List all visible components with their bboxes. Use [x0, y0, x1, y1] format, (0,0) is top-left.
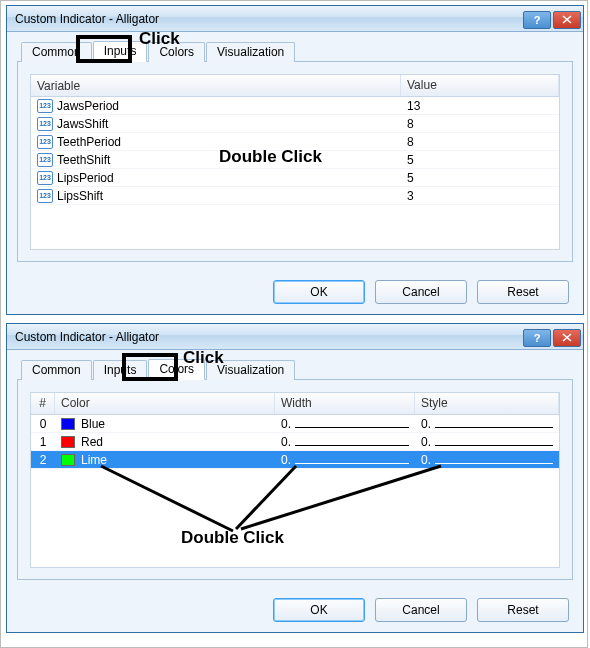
style-value[interactable]: 0. — [421, 417, 431, 431]
ok-button[interactable]: OK — [273, 280, 365, 304]
int-icon: 123 — [37, 117, 53, 131]
tab-colors[interactable]: Colors — [148, 42, 205, 62]
col-width[interactable]: Width — [275, 393, 415, 414]
color-name: Red — [81, 435, 103, 449]
close-icon — [562, 333, 572, 342]
var-name: LipsPeriod — [57, 171, 114, 185]
close-button[interactable] — [553, 11, 581, 29]
var-name: JawsShift — [57, 117, 108, 131]
color-swatch-icon — [61, 418, 75, 430]
button-row: OK Cancel Reset — [273, 598, 569, 622]
tab-colors[interactable]: Colors — [148, 359, 205, 380]
style-preview-icon — [435, 463, 553, 464]
cancel-button[interactable]: Cancel — [375, 280, 467, 304]
width-preview-icon — [295, 463, 409, 464]
tab-common[interactable]: Common — [21, 42, 92, 62]
tab-visualization[interactable]: Visualization — [206, 360, 295, 380]
tab-inputs[interactable]: Inputs — [93, 41, 148, 62]
var-name: LipsShift — [57, 189, 103, 203]
var-name: TeethPeriod — [57, 135, 121, 149]
var-value[interactable]: 13 — [401, 98, 559, 114]
tab-sheet: Variable Value 123JawsPeriod 13 123JawsS… — [17, 62, 573, 262]
ok-button[interactable]: OK — [273, 598, 365, 622]
int-icon: 123 — [37, 171, 53, 185]
table-row[interactable]: 123TeethPeriod 8 — [31, 133, 559, 151]
col-style[interactable]: Style — [415, 393, 559, 414]
cancel-button[interactable]: Cancel — [375, 598, 467, 622]
int-icon: 123 — [37, 135, 53, 149]
button-row: OK Cancel Reset — [273, 280, 569, 304]
var-value[interactable]: 8 — [401, 116, 559, 132]
tabstrip: Common Inputs Colors Visualization — [17, 358, 573, 380]
col-value[interactable]: Value — [401, 75, 559, 96]
var-name: TeethShift — [57, 153, 110, 167]
width-preview-icon — [295, 427, 409, 428]
tab-visualization[interactable]: Visualization — [206, 42, 295, 62]
titlebar[interactable]: Custom Indicator - Alligator ? — [7, 324, 583, 350]
table-header: Variable Value — [31, 75, 559, 97]
width-value[interactable]: 0. — [281, 435, 291, 449]
tab-sheet: # Color Width Style 0 Blue 0. 0. 1 Red — [17, 380, 573, 580]
color-name: Lime — [81, 453, 107, 467]
close-icon — [562, 15, 572, 24]
style-value[interactable]: 0. — [421, 453, 431, 467]
table-row[interactable]: 123JawsShift 8 — [31, 115, 559, 133]
table-row[interactable]: 123JawsPeriod 13 — [31, 97, 559, 115]
table-row[interactable]: 123TeethShift 5 — [31, 151, 559, 169]
int-icon: 123 — [37, 153, 53, 167]
table-row[interactable]: 123LipsPeriod 5 — [31, 169, 559, 187]
table-body: 123JawsPeriod 13 123JawsShift 8 123Teeth… — [31, 97, 559, 205]
tabstrip: Common Inputs Colors Visualization — [17, 40, 573, 62]
color-name: Blue — [81, 417, 105, 431]
var-value[interactable]: 5 — [401, 152, 559, 168]
color-index: 2 — [31, 452, 55, 468]
width-value[interactable]: 0. — [281, 453, 291, 467]
var-name: JawsPeriod — [57, 99, 119, 113]
table-row[interactable]: 1 Red 0. 0. — [31, 433, 559, 451]
titlebar[interactable]: Custom Indicator - Alligator ? — [7, 6, 583, 32]
close-button[interactable] — [553, 329, 581, 347]
table-body: 0 Blue 0. 0. 1 Red 0. 0. 2 Lime 0. — [31, 415, 559, 469]
table-row[interactable]: 0 Blue 0. 0. — [31, 415, 559, 433]
dialog-colors: Custom Indicator - Alligator ? Common In… — [6, 323, 584, 633]
style-preview-icon — [435, 427, 553, 428]
color-swatch-icon — [61, 454, 75, 466]
style-preview-icon — [435, 445, 553, 446]
color-index: 1 — [31, 434, 55, 450]
table-header: # Color Width Style — [31, 393, 559, 415]
int-icon: 123 — [37, 189, 53, 203]
tab-inputs[interactable]: Inputs — [93, 360, 148, 380]
inputs-table[interactable]: Variable Value 123JawsPeriod 13 123JawsS… — [30, 74, 560, 250]
int-icon: 123 — [37, 99, 53, 113]
table-row[interactable]: 123LipsShift 3 — [31, 187, 559, 205]
table-row[interactable]: 2 Lime 0. 0. — [31, 451, 559, 469]
col-color[interactable]: Color — [55, 393, 275, 414]
colors-table[interactable]: # Color Width Style 0 Blue 0. 0. 1 Red — [30, 392, 560, 568]
dialog-title: Custom Indicator - Alligator — [15, 12, 523, 26]
col-index[interactable]: # — [31, 393, 55, 414]
help-button[interactable]: ? — [523, 329, 551, 347]
width-value[interactable]: 0. — [281, 417, 291, 431]
help-button[interactable]: ? — [523, 11, 551, 29]
color-index: 0 — [31, 416, 55, 432]
color-swatch-icon — [61, 436, 75, 448]
dialog-inputs: Custom Indicator - Alligator ? Common In… — [6, 5, 584, 315]
var-value[interactable]: 5 — [401, 170, 559, 186]
dialog-title: Custom Indicator - Alligator — [15, 330, 523, 344]
style-value[interactable]: 0. — [421, 435, 431, 449]
reset-button[interactable]: Reset — [477, 598, 569, 622]
width-preview-icon — [295, 445, 409, 446]
reset-button[interactable]: Reset — [477, 280, 569, 304]
var-value[interactable]: 3 — [401, 188, 559, 204]
tab-common[interactable]: Common — [21, 360, 92, 380]
var-value[interactable]: 8 — [401, 134, 559, 150]
col-variable[interactable]: Variable — [31, 75, 401, 96]
